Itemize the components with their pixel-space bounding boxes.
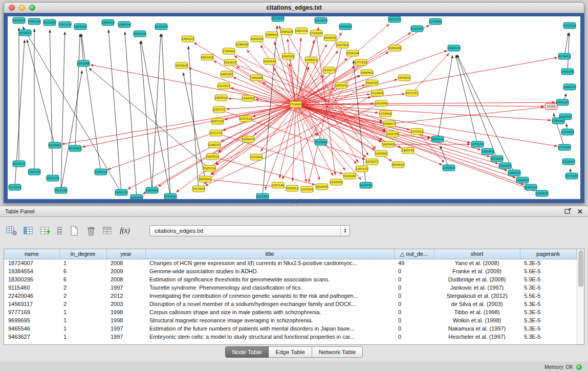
table-row[interactable]: 946554611997Estimation of the future num… xyxy=(4,324,576,333)
delete-table-button[interactable] xyxy=(84,224,98,237)
graph-edge[interactable] xyxy=(219,104,296,153)
table-row[interactable]: 1938455462009Genome-wide association stu… xyxy=(4,267,576,275)
graph-node[interactable]: 1771645 xyxy=(558,144,571,150)
graph-edge[interactable] xyxy=(82,104,296,147)
graph-edge[interactable] xyxy=(246,75,360,119)
graph-node[interactable]: 1113141 xyxy=(9,184,21,190)
graph-node[interactable]: 1495759 xyxy=(402,147,415,154)
graph-node[interactable]: 1210616 xyxy=(371,90,384,96)
graph-node[interactable]: 1936071 xyxy=(242,136,255,142)
graph-node[interactable]: 1698104 xyxy=(134,31,146,37)
column-settings-button[interactable] xyxy=(5,224,18,237)
graph-node[interactable]: 1885251 xyxy=(431,136,444,142)
graph-node[interactable]: 1014741 xyxy=(360,182,373,188)
graph-edge[interactable] xyxy=(62,104,296,144)
graph-node[interactable]: 2248058 xyxy=(236,41,249,48)
graph-node[interactable]: 7905814 xyxy=(206,154,219,160)
window-titlebar[interactable]: citations_edges.txt xyxy=(4,2,584,13)
graph-node[interactable]: 1512543 xyxy=(272,16,285,21)
graph-edge[interactable] xyxy=(457,55,514,173)
graph-node[interactable]: 1092455 xyxy=(256,193,269,199)
graph-node[interactable]: 1030811 xyxy=(19,30,32,36)
close-panel-icon[interactable]: ✕ xyxy=(577,208,583,215)
graph-node[interactable]: 1091941 xyxy=(343,173,356,179)
graph-node[interactable]: 2265011 xyxy=(95,169,107,175)
graph-node[interactable]: 1495106 xyxy=(28,18,41,25)
graph-node[interactable]: 1981330 xyxy=(295,28,308,34)
graph-node[interactable]: 1265041 xyxy=(146,187,159,193)
graph-node[interactable]: 2257121 xyxy=(239,116,252,122)
scrollbar-thumb[interactable] xyxy=(578,250,583,287)
graph-node[interactable]: 1870577 xyxy=(366,159,379,165)
graph-node[interactable]: 9015131 xyxy=(47,175,59,181)
graph-node[interactable]: 7905141 xyxy=(28,169,41,175)
function-builder-button[interactable]: f(x) xyxy=(118,224,132,237)
graph-edge[interactable] xyxy=(296,32,411,104)
graph-node[interactable]: 1860121 xyxy=(182,36,194,42)
graph-node[interactable]: 1786481 xyxy=(223,48,235,54)
graph-node[interactable]: 1679197 xyxy=(471,141,484,147)
graph-node[interactable]: 2071711 xyxy=(210,130,223,136)
graph-node[interactable]: 1883514 xyxy=(215,95,228,101)
export-table-button[interactable] xyxy=(39,224,52,237)
graph-node[interactable]: 1210641 xyxy=(562,159,575,165)
graph-node[interactable]: 1664959 xyxy=(266,32,278,38)
graph-node[interactable]: 1092621 xyxy=(443,165,455,171)
graph-node[interactable]: 2054166 xyxy=(176,62,188,69)
tab-network-table[interactable]: Network Table xyxy=(312,346,363,358)
graph-node[interactable]: 1626145 xyxy=(264,58,276,64)
graph-edge[interactable] xyxy=(81,34,101,172)
graph-edge[interactable] xyxy=(412,53,449,93)
graph-node[interactable]: 7235441 xyxy=(250,154,263,160)
graph-node[interactable]: 1091441 xyxy=(499,163,512,169)
graph-node[interactable]: 1093691 xyxy=(375,150,388,157)
graph-node[interactable]: 1727517 xyxy=(217,83,230,89)
graph-edge[interactable] xyxy=(23,27,121,192)
vertical-scrollbar[interactable] xyxy=(577,249,584,344)
table-row[interactable]: 1872400712008Changes of HCN gene express… xyxy=(4,259,576,267)
graph-node[interactable]: 1722045 xyxy=(310,30,323,36)
graph-edge[interactable] xyxy=(61,71,82,190)
graph-node[interactable]: 1498104 xyxy=(74,24,87,30)
row-tools-button[interactable] xyxy=(56,224,64,237)
tab-node-table[interactable]: Node Table xyxy=(225,346,269,358)
graph-node[interactable]: 1914101 xyxy=(13,17,26,24)
graph-node[interactable]: 1604787 xyxy=(366,80,379,86)
column-header-pagerank[interactable]: pagerank xyxy=(520,249,576,259)
graph-node[interactable]: 1554104 xyxy=(346,50,359,56)
graph-edge[interactable] xyxy=(27,40,55,146)
table-row[interactable]: 1456911722003Disruption of a novel membe… xyxy=(4,300,576,308)
graph-node[interactable]: 1210454 xyxy=(561,129,574,135)
table-row[interactable]: 1830029562008Estimation of significance … xyxy=(4,275,576,283)
graph-node[interactable]: 8131074 xyxy=(155,24,168,30)
graph-edge[interactable] xyxy=(152,34,161,190)
zoom-window-button[interactable] xyxy=(29,5,35,11)
graph-node[interactable]: 1264532 xyxy=(536,190,549,196)
graph-node[interactable]: 1664091 xyxy=(339,24,352,30)
graph-node[interactable]: 1091504 xyxy=(563,23,576,29)
graph-node[interactable]: 2016082 xyxy=(49,142,61,148)
table-row[interactable]: 911546021997Tourette syndrome. Phenomeno… xyxy=(4,283,576,292)
column-header-in_degree[interactable]: in_degree xyxy=(59,249,106,259)
graph-node[interactable]: 1821971 xyxy=(388,16,401,23)
graph-node[interactable]: 7613514 xyxy=(192,186,205,192)
table-row[interactable]: 946362711997Embryonic stem cells: a mode… xyxy=(4,333,576,341)
graph-node[interactable]: 9612041 xyxy=(491,156,504,162)
graph-node[interactable]: 1664104 xyxy=(102,19,115,26)
graph-node[interactable]: 1801816 xyxy=(201,54,214,60)
graph-edge[interactable] xyxy=(61,32,65,190)
graph-node[interactable]: 15958 xyxy=(545,103,557,110)
graph-node[interactable]: 1261149 xyxy=(272,182,285,188)
graph-node[interactable]: 1677454 xyxy=(565,173,578,179)
create-table-button[interactable] xyxy=(68,224,81,237)
graph-node[interactable]: 1485281 xyxy=(221,71,233,77)
graph-edge[interactable] xyxy=(296,94,405,104)
graph-node[interactable]: 1085049 xyxy=(389,45,402,51)
graph-node[interactable]: 9245014 xyxy=(525,184,537,190)
graph-node[interactable]: 9885091 xyxy=(199,176,212,182)
tab-edge-table[interactable]: Edge Table xyxy=(269,346,312,358)
graph-node[interactable]: 1014101 xyxy=(13,161,26,167)
table-row[interactable]: 977716911998Corpus callosum shape and si… xyxy=(4,308,576,316)
graph-node[interactable]: 1991451 xyxy=(482,148,494,155)
graph-node[interactable]: 1454145 xyxy=(561,69,574,75)
